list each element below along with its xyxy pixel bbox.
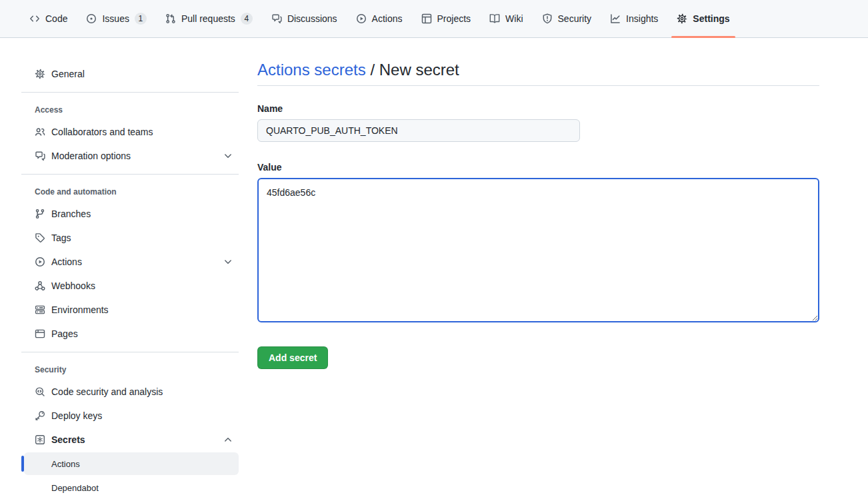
asterisk-box-icon bbox=[35, 434, 45, 445]
selected-item-indicator bbox=[21, 456, 24, 472]
name-label: Name bbox=[257, 103, 819, 114]
webhook-icon bbox=[35, 280, 45, 291]
tab-label: Insights bbox=[626, 13, 658, 24]
issue-opened-icon bbox=[86, 13, 97, 24]
comment-discussion-icon bbox=[35, 151, 45, 161]
sidebar-section-code-and-automation: Code and automation bbox=[21, 181, 239, 203]
sidebar-item-general[interactable]: General bbox=[24, 63, 239, 85]
secret-name-input[interactable] bbox=[257, 119, 580, 142]
tab-label: Discussions bbox=[287, 13, 337, 24]
sidebar-item-label: General bbox=[51, 69, 85, 79]
sidebar-item-branches[interactable]: Branches bbox=[24, 203, 239, 225]
play-icon bbox=[35, 256, 45, 267]
tab-wiki[interactable]: Wiki bbox=[484, 0, 528, 37]
people-icon bbox=[35, 127, 45, 137]
sidebar-item-moderation-options[interactable]: Moderation options bbox=[24, 145, 239, 167]
server-icon bbox=[35, 304, 45, 315]
sidebar-section-security: Security bbox=[21, 359, 239, 380]
sidebar-item-label: Webhooks bbox=[51, 280, 95, 291]
tab-discussions[interactable]: Discussions bbox=[266, 0, 343, 37]
sidebar-item-label: Secrets bbox=[51, 434, 85, 445]
sidebar-subitem-label: Actions bbox=[51, 459, 80, 469]
sidebar-item-actions[interactable]: Actions bbox=[24, 250, 239, 273]
pull-requests-count-badge: 4 bbox=[241, 13, 253, 25]
shield-icon bbox=[542, 13, 553, 24]
actions-secrets-link[interactable]: Actions secrets bbox=[257, 61, 366, 79]
sidebar-item-deploy-keys[interactable]: Deploy keys bbox=[24, 404, 239, 427]
code-icon bbox=[29, 13, 40, 24]
sidebar-subitem-secrets-actions[interactable]: Actions bbox=[24, 452, 239, 475]
book-icon bbox=[489, 13, 500, 24]
browser-icon bbox=[35, 328, 45, 339]
add-secret-button[interactable]: Add secret bbox=[257, 346, 328, 369]
comment-discussion-icon bbox=[271, 13, 282, 24]
gear-icon bbox=[35, 69, 45, 79]
tab-label: Issues bbox=[102, 13, 129, 24]
sidebar-item-label: Collaborators and teams bbox=[51, 127, 153, 137]
sidebar-item-label: Pages bbox=[51, 328, 78, 339]
breadcrumb-current: New secret bbox=[379, 61, 459, 79]
sidebar-item-tags[interactable]: Tags bbox=[24, 227, 239, 249]
tab-label: Wiki bbox=[505, 13, 523, 24]
table-icon bbox=[421, 13, 432, 24]
sidebar-item-pages[interactable]: Pages bbox=[24, 322, 239, 345]
tab-label: Code bbox=[45, 13, 67, 24]
sidebar-item-secrets[interactable]: Secrets bbox=[24, 428, 239, 451]
codescan-icon bbox=[35, 386, 45, 397]
tab-settings[interactable]: Settings bbox=[671, 0, 735, 37]
sidebar-divider bbox=[21, 352, 239, 352]
new-secret-panel: Actions secrets / New secret Name Value … bbox=[257, 38, 819, 369]
tab-insights[interactable]: Insights bbox=[605, 0, 663, 37]
play-icon bbox=[356, 13, 367, 24]
chevron-down-icon bbox=[223, 151, 233, 161]
breadcrumb-separator: / bbox=[366, 61, 379, 79]
value-label: Value bbox=[257, 162, 819, 173]
gear-icon bbox=[677, 13, 687, 24]
tab-code[interactable]: Code bbox=[24, 0, 73, 37]
tab-pull-requests[interactable]: Pull requests 4 bbox=[160, 0, 258, 37]
sidebar-item-webhooks[interactable]: Webhooks bbox=[24, 274, 239, 297]
sidebar-item-label: Branches bbox=[51, 209, 91, 219]
sidebar-divider bbox=[21, 174, 239, 175]
sidebar-item-label: Code security and analysis bbox=[51, 386, 163, 397]
repo-nav: Code Issues 1 Pull requests 4 Discussion… bbox=[0, 0, 868, 38]
tab-label: Projects bbox=[437, 13, 471, 24]
sidebar-item-collaborators-and-teams[interactable]: Collaborators and teams bbox=[24, 121, 239, 143]
git-pull-request-icon bbox=[165, 13, 176, 24]
tab-security[interactable]: Security bbox=[537, 0, 597, 37]
sidebar-subitem-label: Dependabot bbox=[51, 483, 99, 493]
tab-issues[interactable]: Issues 1 bbox=[81, 0, 151, 37]
git-branch-icon bbox=[35, 209, 45, 219]
sidebar-item-label: Environments bbox=[51, 304, 109, 315]
key-icon bbox=[35, 410, 45, 421]
sidebar-subitem-secrets-dependabot[interactable]: Dependabot bbox=[24, 476, 239, 495]
settings-sidebar: General Access Collaborators and teams M… bbox=[21, 38, 239, 495]
sidebar-item-label: Deploy keys bbox=[51, 410, 102, 421]
tab-projects[interactable]: Projects bbox=[416, 0, 477, 37]
issues-count-badge: 1 bbox=[135, 13, 147, 25]
tab-label: Actions bbox=[372, 13, 403, 24]
sidebar-section-access: Access bbox=[21, 99, 239, 121]
tab-label: Pull requests bbox=[181, 13, 235, 24]
tab-label: Settings bbox=[693, 13, 729, 24]
tag-icon bbox=[35, 233, 45, 243]
chevron-up-icon bbox=[223, 434, 233, 445]
page-title: Actions secrets / New secret bbox=[257, 61, 819, 86]
chevron-down-icon bbox=[223, 256, 233, 267]
sidebar-item-label: Actions bbox=[51, 256, 82, 267]
sidebar-item-environments[interactable]: Environments bbox=[24, 298, 239, 321]
sidebar-item-label: Moderation options bbox=[51, 151, 131, 161]
tab-label: Security bbox=[558, 13, 592, 24]
sidebar-divider bbox=[21, 92, 239, 93]
tab-actions[interactable]: Actions bbox=[351, 0, 408, 37]
sidebar-item-code-security-and-analysis[interactable]: Code security and analysis bbox=[24, 380, 239, 403]
graph-icon bbox=[610, 13, 621, 24]
secret-value-textarea[interactable]: 45fd6ae56c bbox=[257, 178, 819, 322]
sidebar-item-label: Tags bbox=[51, 233, 71, 243]
